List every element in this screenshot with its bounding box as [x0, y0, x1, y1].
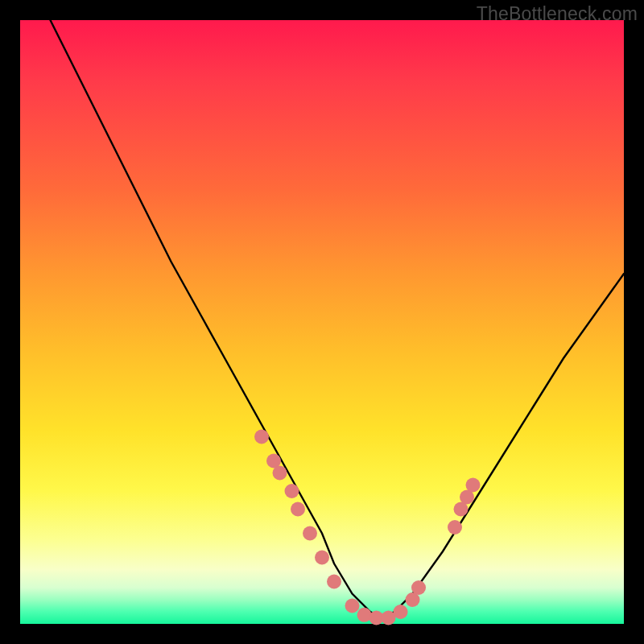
chart-svg — [20, 20, 624, 624]
marker-point — [315, 551, 329, 565]
marker-point — [345, 599, 360, 613]
marker-point — [273, 466, 287, 481]
marker-point — [411, 580, 426, 595]
bottleneck-curve — [51, 20, 625, 618]
marker-point — [303, 526, 317, 541]
marker-layer — [254, 430, 481, 625]
marker-point — [448, 520, 462, 535]
watermark-text: TheBottleneck.com — [477, 3, 638, 25]
marker-point — [291, 502, 305, 517]
marker-point — [285, 484, 299, 498]
curve-layer — [51, 20, 625, 618]
chart-plot-area — [20, 20, 624, 624]
marker-point — [254, 430, 269, 444]
marker-point — [357, 608, 372, 622]
marker-point — [327, 575, 341, 589]
marker-point — [466, 478, 481, 493]
marker-point — [394, 605, 408, 619]
chart-frame: TheBottleneck.com — [0, 0, 644, 644]
